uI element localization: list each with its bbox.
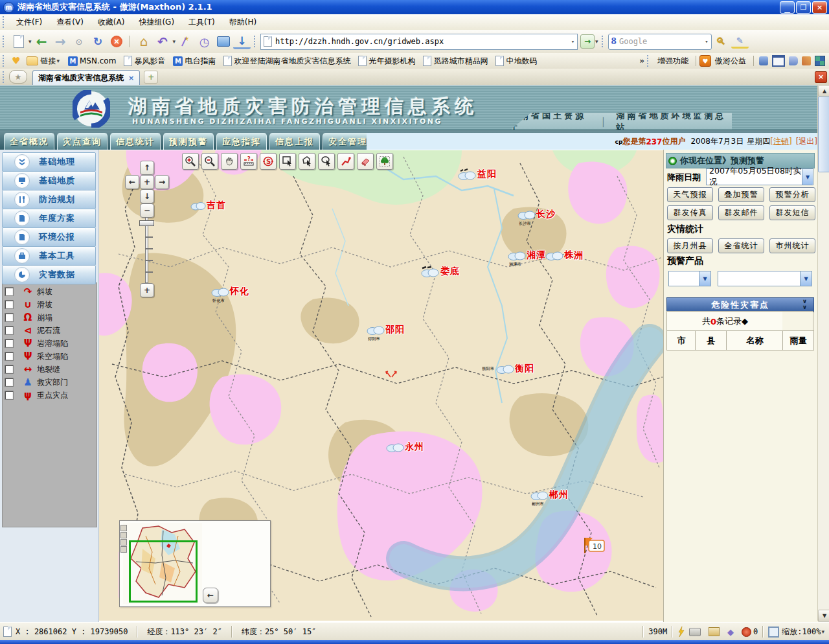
skin-grid-icon[interactable] <box>815 56 825 66</box>
monthly-county-stats-button[interactable]: 按月州县 <box>667 238 713 253</box>
go-dropdown[interactable]: ▾ <box>595 38 598 45</box>
link-item[interactable]: 光年摄影机构 <box>358 56 415 67</box>
link-item[interactable]: M电台指南 <box>173 56 216 67</box>
scroll-up-button[interactable]: ▲ <box>818 85 829 97</box>
maxthon-charity-icon[interactable]: ♥ <box>699 55 711 67</box>
tab-close-icon[interactable]: × <box>128 74 134 82</box>
nav-tab-query[interactable]: 灾点查询 <box>57 133 108 150</box>
minimap-viewport-rect[interactable] <box>129 540 198 603</box>
layer-checkbox[interactable] <box>5 313 14 322</box>
pens-panel-icon[interactable] <box>802 56 811 65</box>
map-tool-layer-tree[interactable] <box>376 153 393 170</box>
product-item-select[interactable]: ▼ <box>718 271 812 286</box>
nav-tab-report[interactable]: 信息上报 <box>269 133 320 150</box>
map-tool-zoom-out[interactable] <box>201 153 218 170</box>
map-tool-zoom-in[interactable] <box>182 153 199 170</box>
danger-points-header[interactable]: 危险性灾害点 ∨∨ <box>666 297 814 312</box>
link-item[interactable]: 欢迎登陆湖南省地质灾害信息系统 <box>223 56 350 67</box>
nav-tab-security[interactable]: 安全管理 <box>323 133 373 150</box>
map-tool-polygon-select[interactable] <box>299 153 315 170</box>
minimap-tool-icon[interactable] <box>120 532 127 538</box>
highlight-button[interactable]: ✎ <box>731 35 749 49</box>
link-item[interactable]: 觅路城市精品网 <box>423 56 488 67</box>
blocked-popup-icon[interactable] <box>742 627 751 637</box>
layer-checkbox[interactable] <box>5 365 14 374</box>
map-pan-down-button[interactable]: ↓ <box>140 189 154 203</box>
chevron-down-icon[interactable]: ▼ <box>802 169 813 185</box>
zoom-level[interactable]: 缩放:100% <box>782 627 821 638</box>
magic-wand-button[interactable]: ∕★ <box>177 33 194 51</box>
link-folder[interactable]: 链接▾ <box>27 56 60 67</box>
new-page-dropdown[interactable]: ▾ <box>28 38 32 45</box>
map-zoom-slider-handle[interactable] <box>139 220 154 226</box>
stop-button[interactable]: × <box>108 33 126 51</box>
product-type-select[interactable]: ▼ <box>668 271 711 286</box>
sidebar-item-prevention-plan[interactable]: 防治规划 <box>2 190 96 209</box>
exit-link[interactable]: [退出] <box>796 136 817 147</box>
menu-favorites[interactable]: 收藏(A) <box>91 14 132 30</box>
menu-file[interactable]: 文件(F) <box>9 14 49 30</box>
sidebar-item-basic-tools[interactable]: 基本工具 <box>2 246 96 266</box>
notes-panel-icon[interactable] <box>789 56 798 65</box>
clock-button[interactable]: ◷ <box>196 33 213 51</box>
layer-checkbox[interactable] <box>5 339 14 348</box>
group-fax-button[interactable]: 群发传真 <box>667 205 713 220</box>
map-zoom-out-button[interactable]: − <box>140 203 154 218</box>
notes-diamond-icon[interactable]: ◆ <box>727 627 734 637</box>
new-page-button[interactable] <box>10 33 27 51</box>
address-dropdown[interactable]: ▾ <box>571 38 574 45</box>
printer-icon[interactable] <box>689 628 701 636</box>
links-overflow-button[interactable]: » <box>639 56 644 65</box>
sidebar-item-base-geography[interactable]: 基础地理 <box>2 152 96 172</box>
search-button[interactable]: 🔍︎ <box>712 33 730 51</box>
map-pan-up-button[interactable]: ↑ <box>140 161 154 175</box>
layer-checkbox[interactable] <box>5 300 14 309</box>
link-item[interactable]: 暴风影音 <box>124 56 165 67</box>
collapse-chevrons-icon[interactable]: ∨∨ <box>802 299 808 310</box>
address-url[interactable]: http://dzzh.hndh.gov.cn/gridweb.aspx <box>275 37 444 46</box>
sidebar-item-base-geology[interactable]: 基础地质 <box>2 171 96 190</box>
close-tab-button[interactable]: × <box>815 71 827 83</box>
map-tool-circle-select[interactable] <box>318 153 335 170</box>
home-button[interactable]: ⌂ <box>135 33 153 51</box>
menu-view[interactable]: 查看(V) <box>49 14 91 30</box>
map-pan-left-button[interactable]: ← <box>125 175 139 189</box>
scrollbar-thumb[interactable] <box>818 97 829 172</box>
restore-button[interactable]: ❐ <box>796 1 811 14</box>
group-sms-button[interactable]: 群发短信 <box>769 205 815 220</box>
overview-minimap[interactable]: ← <box>119 520 271 607</box>
minimap-tool-icon[interactable] <box>120 539 127 546</box>
search-dropdown[interactable]: ▾ <box>705 38 708 45</box>
undo-button[interactable]: ↶ <box>154 33 172 51</box>
resize-page-icon[interactable] <box>768 627 779 638</box>
map-pan-right-button[interactable]: → <box>155 175 169 189</box>
nav-tab-forecast[interactable]: 预测预警 <box>163 133 214 150</box>
back-button[interactable]: ← <box>33 33 51 51</box>
sidebar-item-disaster-data[interactable]: 灾害数据 <box>2 265 96 284</box>
map-zoom-track[interactable] <box>145 217 148 283</box>
user-panel-icon[interactable] <box>759 56 768 65</box>
menu-groups[interactable]: 快捷组(G) <box>131 14 181 30</box>
new-window-icon[interactable] <box>709 627 720 636</box>
nav-tab-stats[interactable]: 信息统计 <box>110 133 161 150</box>
map-tool-rect-select[interactable] <box>279 153 296 170</box>
minimap-collapse-button[interactable]: ← <box>203 588 218 603</box>
tab-star-button[interactable]: ★ <box>9 70 27 84</box>
map-pan-center-button[interactable]: + <box>140 175 154 189</box>
rain-date-select[interactable]: 2007年05月05日08时实况 ▼ <box>706 168 813 185</box>
chevron-down-icon[interactable]: ▼ <box>800 271 812 286</box>
city-stats-button[interactable]: 市州统计 <box>769 238 815 253</box>
window-panel-icon[interactable] <box>772 55 785 67</box>
history-dropdown-icon[interactable]: ⊙ <box>71 33 88 51</box>
menu-help[interactable]: 帮助(H) <box>222 14 264 30</box>
minimap-tool-icon[interactable] <box>120 546 127 553</box>
link-msn[interactable]: MMSN.com <box>68 56 116 66</box>
province-stats-button[interactable]: 全省统计 <box>718 238 764 253</box>
overlay-warning-button[interactable]: 叠加预警 <box>718 187 764 202</box>
page-scrollbar[interactable]: ▲ ▼ <box>817 85 829 621</box>
nav-tab-overview[interactable]: 全省概况 <box>4 133 54 150</box>
close-button[interactable]: × <box>812 1 827 14</box>
chevron-down-icon[interactable]: ▼ <box>699 271 710 286</box>
layer-checkbox[interactable] <box>5 391 14 400</box>
sidebar-item-annual-scheme[interactable]: 年度方案 <box>2 209 96 228</box>
